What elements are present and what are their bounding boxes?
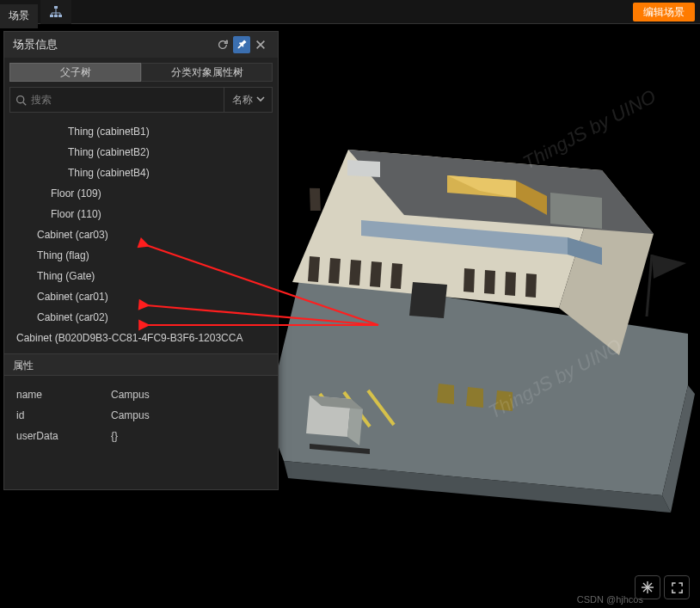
svg-marker-9 — [550, 193, 602, 229]
svg-rect-39 — [54, 6, 58, 9]
svg-marker-22 — [525, 273, 537, 298]
tab-class-tree[interactable]: 分类对象属性树 — [141, 63, 273, 82]
tree-item[interactable]: Cabinet (car01) — [8, 286, 274, 307]
svg-line-34 — [647, 255, 652, 316]
svg-marker-29 — [495, 390, 513, 411]
svg-marker-16 — [349, 260, 361, 286]
refresh-icon[interactable] — [214, 36, 231, 53]
svg-marker-27 — [437, 384, 454, 404]
property-value: {} — [111, 426, 269, 446]
panel-title: 场景信息 — [13, 37, 212, 52]
svg-rect-42 — [58, 15, 62, 17]
properties-body: nameCampusidCampususerData{} — [4, 376, 278, 489]
svg-rect-41 — [54, 15, 58, 17]
tree-item[interactable]: Cabinet (B020D9B3-CC81-4FC9-B3F6-1203CCA — [8, 328, 274, 348]
svg-marker-23 — [409, 282, 447, 318]
tab-parent-tree[interactable]: 父子树 — [9, 63, 141, 82]
svg-marker-14 — [308, 256, 320, 282]
tree-item[interactable]: Thing (flag) — [8, 245, 274, 266]
property-row: nameCampus — [16, 384, 269, 405]
chevron-down-icon — [256, 94, 265, 106]
tree-item[interactable]: Floor (109) — [8, 183, 274, 204]
svg-marker-20 — [484, 270, 495, 294]
tree-item[interactable]: Thing (cabinetB1) — [8, 121, 274, 142]
svg-marker-28 — [466, 387, 483, 408]
property-value: Campus — [111, 384, 269, 405]
viewport-mode-button[interactable] — [635, 575, 660, 599]
tree-item[interactable]: Cabinet (car03) — [8, 224, 274, 245]
svg-marker-15 — [329, 258, 341, 284]
tab-scene[interactable]: 场景 — [0, 4, 38, 28]
search-input[interactable] — [31, 89, 224, 111]
svg-rect-13 — [310, 188, 321, 211]
tab-hierarchy[interactable] — [40, 0, 71, 24]
close-icon[interactable] — [252, 36, 269, 53]
property-key: id — [16, 405, 111, 426]
panel-header[interactable]: 场景信息 — [4, 32, 278, 58]
search-mode-select[interactable]: 名称 — [224, 88, 272, 112]
svg-rect-40 — [50, 15, 53, 17]
hierarchy-icon — [49, 5, 63, 19]
scene-info-panel: 场景信息 父子树 分类对象属性树 名称 Thing (cabinetB1)Thi… — [3, 31, 279, 490]
tree-item[interactable]: Cabinet (car02) — [8, 307, 274, 328]
pin-icon[interactable] — [233, 36, 250, 53]
svg-point-43 — [16, 95, 23, 102]
search-icon — [10, 95, 31, 106]
property-key: name — [16, 384, 111, 405]
svg-marker-10 — [347, 160, 380, 177]
property-value: Campus — [111, 405, 269, 426]
svg-marker-21 — [505, 272, 516, 296]
svg-marker-18 — [390, 263, 402, 289]
scene-tree[interactable]: Thing (cabinetB1)Thing (cabinetB2)Thing … — [4, 118, 278, 353]
svg-marker-35 — [652, 255, 686, 279]
tab-scene-label: 场景 — [9, 9, 29, 23]
fullscreen-button[interactable] — [664, 575, 690, 599]
tree-item[interactable]: Floor (110) — [8, 204, 274, 224]
tree-item[interactable]: Thing (cabinetB2) — [8, 142, 274, 163]
svg-marker-17 — [370, 261, 382, 287]
property-row: userData{} — [16, 426, 269, 446]
search-bar: 名称 — [9, 87, 273, 113]
tree-item[interactable]: Thing (Gate) — [8, 266, 274, 286]
search-mode-label: 名称 — [232, 93, 253, 107]
tree-item[interactable]: Thing (cabinetB4) — [8, 163, 274, 183]
property-key: userData — [16, 426, 111, 446]
svg-marker-19 — [464, 268, 475, 292]
properties-header[interactable]: 属性 — [4, 353, 278, 376]
edit-scene-button[interactable]: 编辑场景 — [633, 3, 695, 21]
property-row: idCampus — [16, 405, 269, 426]
topbar: 场景 编辑场景 — [0, 0, 700, 24]
